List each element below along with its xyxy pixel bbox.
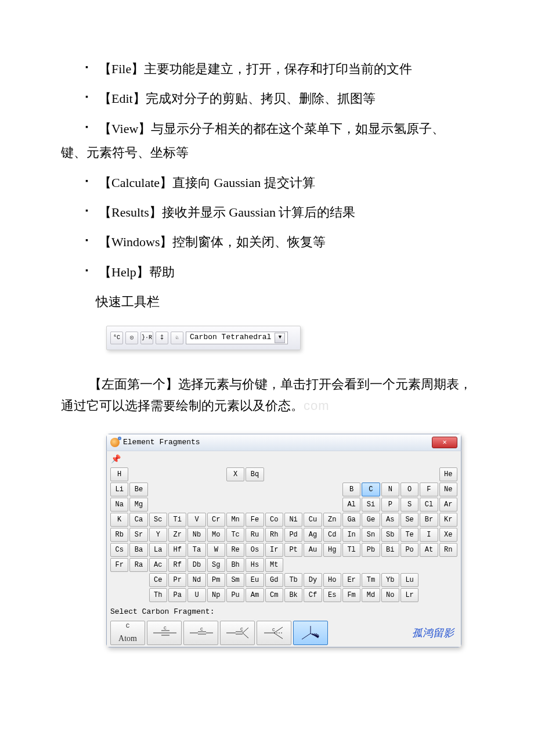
element-P[interactable]: P bbox=[381, 498, 399, 512]
element-Ne[interactable]: Ne bbox=[439, 483, 457, 496]
element-Tc[interactable]: Tc bbox=[226, 528, 244, 542]
element-Fe[interactable]: Fe bbox=[246, 513, 264, 527]
element-Rn[interactable]: Rn bbox=[439, 543, 457, 557]
element-Pa[interactable]: Pa bbox=[168, 588, 186, 602]
fragment-triple-bond[interactable]: C bbox=[147, 621, 182, 645]
element-H[interactable]: H bbox=[110, 467, 128, 481]
element-Tb[interactable]: Tb bbox=[284, 573, 302, 587]
fragment-tetrahedral[interactable] bbox=[293, 621, 328, 645]
element-V[interactable]: V bbox=[187, 513, 205, 527]
element-He[interactable]: He bbox=[439, 467, 457, 481]
element-Re[interactable]: Re bbox=[226, 543, 244, 557]
element-Pb[interactable]: Pb bbox=[362, 543, 380, 557]
element-In[interactable]: In bbox=[342, 528, 360, 542]
element-Sr[interactable]: Sr bbox=[129, 528, 147, 542]
element-Pr[interactable]: Pr bbox=[168, 573, 186, 587]
element-Cl[interactable]: Cl bbox=[420, 498, 438, 512]
element-Yb[interactable]: Yb bbox=[381, 573, 399, 587]
element-Xe[interactable]: Xe bbox=[439, 528, 457, 542]
element-N[interactable]: N bbox=[381, 483, 399, 496]
element-Bk[interactable]: Bk bbox=[284, 588, 302, 602]
element-Br[interactable]: Br bbox=[420, 513, 438, 527]
element-Si[interactable]: Si bbox=[362, 498, 380, 512]
biopolymer-button[interactable]: ‡ bbox=[156, 332, 168, 344]
element-Er[interactable]: Er bbox=[342, 573, 360, 587]
element-Mo[interactable]: Mo bbox=[207, 528, 225, 542]
fragment-sp2[interactable]: C bbox=[220, 621, 255, 645]
element-As[interactable]: As bbox=[381, 513, 399, 527]
element-Lu[interactable]: Lu bbox=[400, 573, 418, 587]
element-Rh[interactable]: Rh bbox=[265, 528, 283, 542]
pin-icon[interactable]: 📌 bbox=[110, 455, 121, 465]
element-Sb[interactable]: Sb bbox=[381, 528, 399, 542]
element-Ag[interactable]: Ag bbox=[304, 528, 322, 542]
element-F[interactable]: F bbox=[420, 483, 438, 496]
element-K[interactable]: K bbox=[110, 513, 128, 527]
element-I[interactable]: I bbox=[420, 528, 438, 542]
element-Gd[interactable]: Gd bbox=[265, 573, 283, 587]
element-Sn[interactable]: Sn bbox=[362, 528, 380, 542]
element-Cu[interactable]: Cu bbox=[304, 513, 322, 527]
element-Se[interactable]: Se bbox=[400, 513, 418, 527]
element-Mt[interactable]: Mt bbox=[265, 558, 283, 572]
element-Ba[interactable]: Ba bbox=[129, 543, 147, 557]
element-Lr[interactable]: Lr bbox=[400, 588, 418, 602]
element-Ge[interactable]: Ge bbox=[362, 513, 380, 527]
element-Bh[interactable]: Bh bbox=[226, 558, 244, 572]
element-Bq[interactable]: Bq bbox=[246, 467, 264, 481]
element-La[interactable]: La bbox=[149, 543, 167, 557]
element-Sm[interactable]: Sm bbox=[226, 573, 244, 587]
fragment-double-bond[interactable]: C bbox=[183, 621, 218, 645]
element-Am[interactable]: Am bbox=[246, 588, 264, 602]
element-Hs[interactable]: Hs bbox=[246, 558, 264, 572]
fragment-atom[interactable]: C Atom bbox=[110, 621, 145, 645]
element-Cm[interactable]: Cm bbox=[265, 588, 283, 602]
element-Hf[interactable]: Hf bbox=[168, 543, 186, 557]
element-Nd[interactable]: Nd bbox=[187, 573, 205, 587]
element-Cd[interactable]: Cd bbox=[323, 528, 341, 542]
element-Pd[interactable]: Pd bbox=[284, 528, 302, 542]
element-Th[interactable]: Th bbox=[149, 588, 167, 602]
element-Co[interactable]: Co bbox=[265, 513, 283, 527]
element-picker-button[interactable]: ⁶C bbox=[110, 332, 123, 344]
element-Y[interactable]: Y bbox=[149, 528, 167, 542]
element-Au[interactable]: Au bbox=[304, 543, 322, 557]
element-Ar[interactable]: Ar bbox=[439, 498, 457, 512]
element-X[interactable]: X bbox=[226, 467, 244, 481]
element-Sg[interactable]: Sg bbox=[207, 558, 225, 572]
element-Ra[interactable]: Ra bbox=[129, 558, 147, 572]
element-Np[interactable]: Np bbox=[207, 588, 225, 602]
element-At[interactable]: At bbox=[420, 543, 438, 557]
element-Tm[interactable]: Tm bbox=[362, 573, 380, 587]
element-S[interactable]: S bbox=[400, 498, 418, 512]
ring-button[interactable]: ◎ bbox=[125, 332, 138, 344]
element-Db[interactable]: Db bbox=[187, 558, 205, 572]
element-No[interactable]: No bbox=[381, 588, 399, 602]
element-Fr[interactable]: Fr bbox=[110, 558, 128, 572]
element-Tl[interactable]: Tl bbox=[342, 543, 360, 557]
element-Kr[interactable]: Kr bbox=[439, 513, 457, 527]
element-Ta[interactable]: Ta bbox=[187, 543, 205, 557]
element-Sc[interactable]: Sc bbox=[149, 513, 167, 527]
element-Ce[interactable]: Ce bbox=[149, 573, 167, 587]
element-W[interactable]: W bbox=[207, 543, 225, 557]
element-Zr[interactable]: Zr bbox=[168, 528, 186, 542]
fragment-dropdown[interactable]: Carbon Tetrahedral ▼ bbox=[186, 332, 288, 344]
element-Li[interactable]: Li bbox=[110, 483, 128, 496]
element-Md[interactable]: Md bbox=[362, 588, 380, 602]
element-Cf[interactable]: Cf bbox=[304, 588, 322, 602]
element-Bi[interactable]: Bi bbox=[381, 543, 399, 557]
element-Fm[interactable]: Fm bbox=[342, 588, 360, 602]
element-Be[interactable]: Be bbox=[129, 483, 147, 496]
element-Rb[interactable]: Rb bbox=[110, 528, 128, 542]
element-Ir[interactable]: Ir bbox=[265, 543, 283, 557]
fragment-sp3-planar[interactable]: C bbox=[257, 621, 291, 645]
element-Eu[interactable]: Eu bbox=[246, 573, 264, 587]
element-Rf[interactable]: Rf bbox=[168, 558, 186, 572]
close-button[interactable]: ✕ bbox=[432, 437, 457, 448]
element-O[interactable]: O bbox=[400, 483, 418, 496]
element-Pu[interactable]: Pu bbox=[226, 588, 244, 602]
element-Mg[interactable]: Mg bbox=[129, 498, 147, 512]
element-Na[interactable]: Na bbox=[110, 498, 128, 512]
rgroup-button[interactable]: }·R bbox=[140, 332, 153, 344]
